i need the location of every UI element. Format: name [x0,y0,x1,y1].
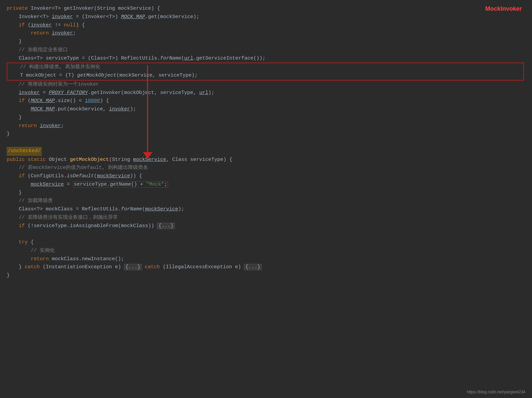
code-line-2: Invoker<T> invoker = (Invoker<T>) MOCK_M… [7,13,525,21]
method-sig-line: public static Object getMockObject(Strin… [7,156,525,164]
close-brace-line: } [7,272,525,280]
if-a-line: if (ConfigUtils.isDefault(mockService)) … [7,172,525,181]
try-line: try { [7,238,525,247]
unchecked-line: /unchecked/ [7,147,525,156]
code-line-10: invoker = PROXY_FACTORY.getInvoker(mockO… [7,89,525,97]
code-line-5: } [7,38,525,46]
red-arrow-head [143,152,152,159]
code-line-8-comment: // 构建出降级类, 再加载并实例化 [8,63,523,72]
if-b-line: if (!serviceType.isAssignableFrom(mockCl… [7,222,525,230]
close-if-a-line: } [7,189,525,197]
code-line-14: return invoker; [7,122,525,130]
blank-line-2 [7,230,525,238]
comment-c-line: // 若降级类没有实现业务接口，则抛出异常 [7,214,525,222]
code-line-3: if (invoker != null) { [7,21,525,30]
code-line-6: // 加载指定业务接口 [7,46,525,55]
blank-line [7,138,525,147]
catch-line: } catch (InstantiationException e) {...}… [7,263,525,272]
return-inst-line: return mockClass.newInstance(); [7,255,525,264]
comment-b-line: // 加载降级类 [7,197,525,205]
code-line-4: return invoker; [7,29,525,38]
assign-a-line: mockService = serviceType.getName() + "M… [7,181,525,189]
class-load-line: Class<?> mockClass = ReflectUtils.forNam… [7,205,525,214]
footer-url: https://blog.csdn.net/yangwei234 [467,389,525,395]
code-line-1: private Invoker<T> getInvoker(String moc… [7,5,525,13]
code-line-11: if (MOCK_MAP.size() < 10000) { [7,97,525,105]
code-line-7: Class<T> serviceType = (Class<T>) Reflec… [7,55,525,63]
mock-invoker-label: MockInvoker [485,4,522,14]
comment-d-line: // 实例化 [7,247,525,255]
code-line-15: } [7,130,525,138]
code-line-8-code: T mockObject = (T) getMockObject(mockSer… [8,72,523,80]
highlight-box-region: // 构建出降级类, 再加载并实例化 T mockObject = (T) ge… [7,63,524,81]
code-line-12: MOCK_MAP.put(mockService, invoker); [7,105,525,114]
comment-a-line: // 若mockService的值为default, 则构建出降级类名 [7,164,525,172]
code-line-13: } [7,114,525,122]
code-line-9: // 将降级实例封装为一个invoker [7,81,525,89]
